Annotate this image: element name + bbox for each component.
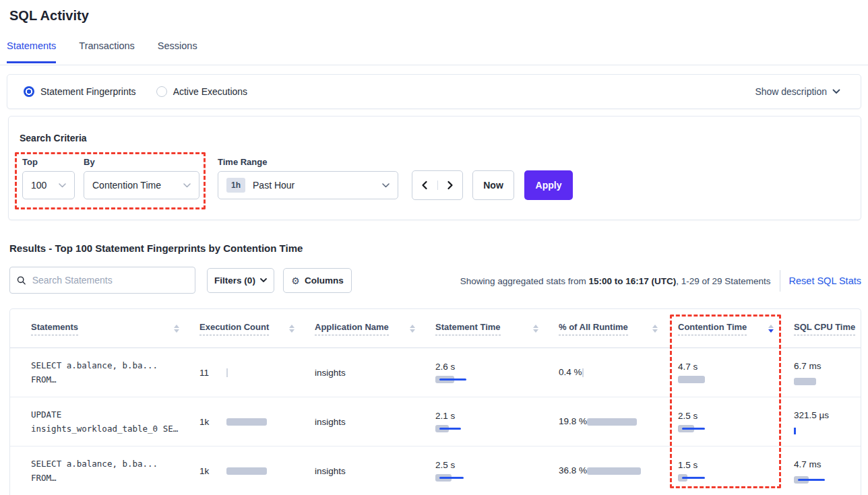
sort-icon[interactable] xyxy=(174,325,179,333)
chevron-down-icon xyxy=(832,89,840,94)
execution-count-value: 1k xyxy=(199,417,226,427)
chevron-down-icon xyxy=(183,183,191,188)
sort-icon[interactable] xyxy=(533,325,538,333)
execution-count-value: 11 xyxy=(199,368,226,378)
columns-label: Columns xyxy=(305,275,344,286)
next-time-button[interactable] xyxy=(438,180,463,190)
statement-text-line2: insights_workload_table_0 SE… xyxy=(31,422,199,436)
contention-time-value: 1.5 s xyxy=(678,460,794,470)
results-heading: Results - Top 100 Statement Fingerprints… xyxy=(9,242,303,254)
column-header[interactable]: Statements xyxy=(31,322,199,335)
column-header[interactable]: Execution Count xyxy=(199,322,315,335)
mini-bar xyxy=(587,418,637,426)
showing-stats-text: Showing aggregated stats from 15:00 to 1… xyxy=(460,276,771,286)
top-select-value: 100 xyxy=(31,180,46,191)
page-title: SQL Activity xyxy=(9,8,89,24)
statement-text-line2: FROM… xyxy=(31,471,199,485)
sql-cpu-time-value: 4.7 ms xyxy=(794,457,830,472)
column-header-label: Statement Time xyxy=(435,322,501,335)
filters-label: Filters (0) xyxy=(214,275,255,286)
show-description-toggle[interactable]: Show description xyxy=(755,86,840,97)
search-statements-field[interactable] xyxy=(9,267,195,294)
time-range-select[interactable]: 1h Past Hour xyxy=(218,171,398,199)
cell-application-name: insights xyxy=(315,368,435,378)
contention-time-value: 2.5 s xyxy=(678,411,794,421)
cell-contention-time: 2.5 s xyxy=(678,411,794,433)
tab-transactions[interactable]: Transactions xyxy=(79,40,134,63)
application-name-value: insights xyxy=(315,466,346,476)
column-header[interactable]: Application Name xyxy=(315,322,435,335)
table-row[interactable]: UPDATE insights_workload_table_0 SE… 1k … xyxy=(10,397,861,447)
cell-statement-time: 2.6 s xyxy=(435,362,559,384)
time-range-value: Past Hour xyxy=(253,180,294,191)
statement-text-line1: SELECT a.balance, b.ba... xyxy=(31,358,199,372)
column-header-label: Statements xyxy=(31,322,78,335)
cell-application-name: insights xyxy=(315,466,435,476)
chevron-left-icon xyxy=(421,180,429,190)
mini-bar xyxy=(794,475,825,484)
column-header[interactable]: SQL CPU Time xyxy=(794,322,855,335)
cell-sql-cpu-time: 4.7 ms xyxy=(794,457,855,484)
sort-icon[interactable] xyxy=(289,325,294,333)
cell-sql-cpu-time: 321.5 µs xyxy=(794,408,855,435)
statement-text-line1: UPDATE xyxy=(31,407,199,422)
table-row[interactable]: SELECT a.balance, b.ba... FROM… 11 insig… xyxy=(10,348,861,397)
column-header[interactable]: Contention Time xyxy=(678,322,794,335)
radio-label: Active Executions xyxy=(173,86,248,97)
search-icon xyxy=(17,275,26,286)
by-label: By xyxy=(84,157,95,167)
chevron-down-icon xyxy=(260,278,267,283)
sort-icon[interactable] xyxy=(652,325,658,333)
cell-statement-time: 2.5 s xyxy=(435,460,559,482)
cell-contention-time: 1.5 s xyxy=(678,460,794,482)
mini-bar xyxy=(794,377,816,386)
sql-cpu-time-value: 321.5 µs xyxy=(794,408,830,423)
cell-statement[interactable]: UPDATE insights_workload_table_0 SE… xyxy=(31,407,199,436)
reset-sql-stats-link[interactable]: Reset SQL Stats xyxy=(789,275,861,286)
stats-summary-group: Showing aggregated stats from 15:00 to 1… xyxy=(460,268,861,294)
radio-selected-icon[interactable] xyxy=(24,86,34,97)
time-range-badge: 1h xyxy=(226,178,245,193)
table-row[interactable]: SELECT a.balance, b.ba... FROM… 1k insig… xyxy=(10,447,861,495)
pct-runtime-value: 0.4 % xyxy=(559,365,582,380)
mini-bar xyxy=(226,368,228,377)
by-select[interactable]: Contention Time xyxy=(84,171,199,199)
cell-statement[interactable]: SELECT a.balance, b.ba... FROM… xyxy=(31,358,199,387)
radio-unselected-icon[interactable] xyxy=(156,86,167,97)
vertical-divider xyxy=(780,270,780,292)
sort-icon[interactable] xyxy=(410,325,415,333)
mini-bar xyxy=(435,375,466,384)
cell-execution-count: 1k xyxy=(199,417,315,427)
cell-contention-time: 4.7 s xyxy=(678,362,794,384)
cell-statement[interactable]: SELECT a.balance, b.ba... FROM… xyxy=(31,457,199,485)
application-name-value: insights xyxy=(315,368,346,378)
search-statements-input[interactable] xyxy=(32,275,188,286)
apply-button[interactable]: Apply xyxy=(524,170,573,200)
column-header[interactable]: % of All Runtime xyxy=(559,322,678,335)
time-range-label: Time Range xyxy=(218,157,267,167)
cell-pct-runtime: 36.8 % xyxy=(559,463,678,478)
tab-statements[interactable]: Statements xyxy=(7,40,56,63)
cell-pct-runtime: 0.4 % xyxy=(559,365,678,380)
column-header[interactable]: Statement Time xyxy=(435,322,559,335)
chevron-right-icon xyxy=(446,180,454,190)
prev-time-button[interactable] xyxy=(412,180,438,190)
now-button[interactable]: Now xyxy=(472,170,514,200)
cell-pct-runtime: 19.8 % xyxy=(559,414,678,429)
top-select[interactable]: 100 xyxy=(22,171,75,199)
tab-sessions[interactable]: Sessions xyxy=(158,40,197,63)
gear-icon: ⚙ xyxy=(291,275,300,286)
filters-button[interactable]: Filters (0) xyxy=(207,268,274,293)
sort-icon[interactable] xyxy=(768,325,774,333)
mini-bar xyxy=(435,424,461,433)
radio-statement-fingerprints[interactable]: Statement Fingerprints xyxy=(24,86,136,97)
view-toggle-bar: Statement Fingerprints Active Executions… xyxy=(7,74,861,109)
cell-execution-count: 1k xyxy=(199,466,315,476)
table-body: SELECT a.balance, b.ba... FROM… 11 insig… xyxy=(10,348,861,495)
radio-active-executions[interactable]: Active Executions xyxy=(156,86,248,97)
chevron-down-icon xyxy=(59,183,66,188)
columns-button[interactable]: ⚙ Columns xyxy=(283,268,352,293)
execution-count-value: 1k xyxy=(199,466,226,476)
radio-label: Statement Fingerprints xyxy=(40,86,136,97)
pct-runtime-value: 36.8 % xyxy=(559,463,587,478)
